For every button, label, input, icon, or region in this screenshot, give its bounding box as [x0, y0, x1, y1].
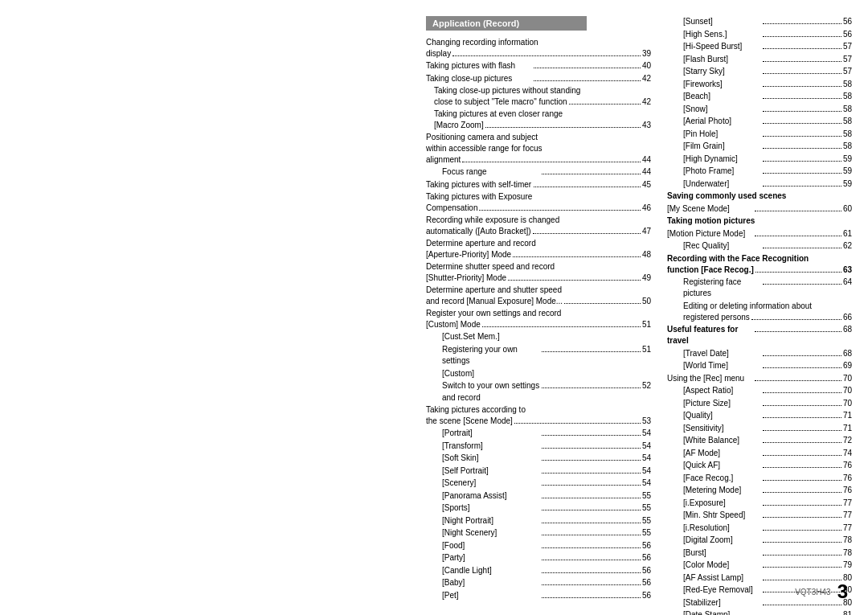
entry-text: [Sports] — [442, 502, 540, 515]
entry-page: 46 — [642, 203, 651, 214]
entry-text: [Metering Mode] — [683, 485, 761, 497]
list-item: [White Balance]72 — [667, 435, 852, 447]
list-item: [Cust.Set Mem.] — [426, 331, 651, 343]
entry-text-line: Determine shutter speed and record — [426, 261, 651, 273]
entry-text: [Stabilizer] — [683, 597, 761, 609]
entry-text: [Sensitivity] — [683, 423, 761, 435]
list-item: [Snow]58 — [667, 104, 852, 116]
list-item: [i.Exposure]77 — [667, 498, 852, 510]
dots — [755, 380, 841, 381]
entry-text: [AF Mode] — [683, 448, 761, 460]
entry-text: [Panorama Assist] — [442, 490, 540, 502]
dots — [755, 236, 841, 236]
list-item: [Pet]56 — [426, 590, 651, 602]
dots — [533, 233, 641, 234]
entry-page: 43 — [642, 120, 651, 131]
entry-page: 56 — [843, 29, 852, 41]
entry-last-line: [Shutter-Priority] Mode49 — [426, 273, 651, 284]
list-item: [Custom] — [426, 368, 651, 380]
list-item: [Photo Frame]59 — [667, 166, 852, 178]
dots — [763, 492, 841, 493]
list-item: [i.Resolution]77 — [667, 523, 852, 535]
entry-text: [AF Assist Lamp] — [683, 572, 761, 584]
list-item: Taking pictures with self-timer45 — [426, 179, 651, 191]
entry-text: [Starry Sky] — [683, 66, 761, 78]
entry-page: 77 — [843, 510, 852, 522]
dots — [763, 86, 841, 87]
list-item: Taking pictures at even closer range[Mac… — [426, 109, 651, 131]
entry-text: [Motion Picture Mode] — [667, 228, 753, 240]
entry-page: 55 — [642, 515, 651, 527]
entry-text-block: Editing or deleting information aboutreg… — [667, 301, 852, 323]
entry-text: [Self Portrait] — [442, 465, 540, 478]
entry-text-line: Determine aperture and record — [426, 238, 651, 249]
entry-page: 68 — [843, 348, 852, 360]
dots — [763, 148, 841, 149]
entry-text-line: Editing or deleting information about — [683, 301, 852, 312]
entry-text: [Rec Quality] — [683, 240, 761, 252]
list-item: [Color Mode]79 — [667, 560, 852, 572]
entry-page: 81 — [843, 609, 852, 615]
entry-text-block: Taking pictures at even closer range[Mac… — [426, 109, 651, 131]
entry-page: 57 — [843, 41, 852, 53]
list-item: Changing recording informationdisplay39 — [426, 37, 651, 59]
entry-text: [High Sens.] — [683, 29, 761, 41]
entry-page: 45 — [642, 179, 651, 191]
entry-page: 54 — [642, 453, 651, 465]
entry-page: 56 — [642, 552, 651, 564]
list-item: [Hi-Speed Burst]57 — [667, 41, 852, 53]
entry-text: close to subject "Tele macro" function — [434, 96, 567, 108]
entry-page: 54 — [642, 441, 651, 453]
dots — [482, 326, 641, 327]
dots — [763, 284, 841, 285]
list-item: [Aspect Ratio]70 — [667, 385, 852, 397]
entry-text: [Date Stamp] — [683, 609, 761, 615]
list-item: [Night Scenery]55 — [426, 527, 651, 539]
dots — [542, 584, 640, 585]
entry-text: [Food] — [442, 540, 540, 552]
list-item: [Fireworks]58 — [667, 79, 852, 91]
dots — [508, 280, 641, 281]
entry-page: 52 — [642, 380, 651, 392]
entry-page: 57 — [843, 54, 852, 66]
entry-text: Saving commonly used scenes — [667, 191, 852, 203]
entry-last-line: close to subject "Tele macro" function42 — [434, 96, 651, 108]
dots — [763, 480, 841, 481]
entry-text: Taking motion pictures — [667, 215, 852, 228]
list-item: Taking pictures with ExposureCompensatio… — [426, 191, 651, 214]
list-item: [Metering Mode]76 — [667, 485, 852, 497]
entry-text: [Aperture-Priority] Mode — [426, 249, 511, 260]
entry-text-line: Positioning camera and subject — [426, 132, 651, 143]
entry-text-block: Positioning camera and subjectwithin acc… — [426, 132, 651, 166]
dots — [763, 455, 841, 456]
entry-text: [Aerial Photo] — [683, 116, 761, 128]
list-item: [High Dynamic]59 — [667, 154, 852, 166]
dots — [542, 387, 640, 388]
entry-last-line: registered persons66 — [683, 312, 852, 323]
dots — [763, 73, 841, 74]
entry-page: 48 — [642, 249, 651, 260]
list-item: Focus range44 — [426, 166, 651, 178]
entry-text: [Fireworks] — [683, 79, 761, 91]
entry-text: [Quick AF] — [683, 460, 761, 472]
entry-text: [Snow] — [683, 104, 761, 116]
entry-text: [Quality] — [683, 410, 761, 422]
dots — [763, 248, 841, 248]
list-item: [Min. Shtr Speed]77 — [667, 510, 852, 522]
dots — [763, 392, 841, 393]
entry-text: Registering your own settings — [442, 344, 540, 367]
dots — [542, 547, 640, 548]
entry-page: 78 — [843, 535, 852, 547]
list-item: Taking close-up pictures without standin… — [426, 85, 651, 108]
entry-page: 70 — [843, 373, 852, 385]
entry-page: 51 — [642, 344, 651, 356]
dots — [755, 331, 841, 332]
list-item: [Picture Size]70 — [667, 398, 852, 410]
entry-page: 59 — [843, 166, 852, 178]
list-item: [High Sens.]56 — [667, 29, 852, 41]
entry-page: 76 — [843, 473, 852, 485]
entry-text-line: Determine aperture and shutter speed — [426, 285, 651, 296]
entry-text: [White Balance] — [683, 435, 761, 447]
dots — [763, 467, 841, 468]
dots — [542, 498, 640, 498]
